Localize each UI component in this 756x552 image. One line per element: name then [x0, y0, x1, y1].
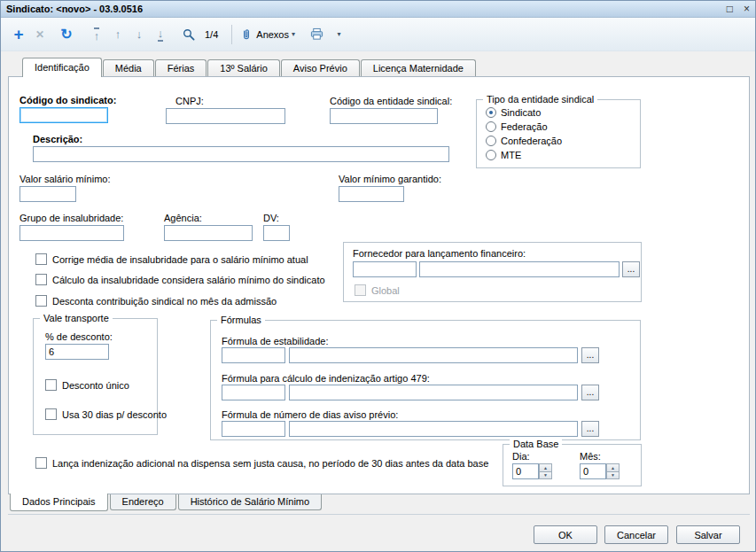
fornecedor-codigo-input[interactable] [353, 261, 417, 277]
next-record-button[interactable]: ↓ [129, 23, 150, 46]
dia-spin-down-button[interactable]: ▼ [539, 472, 552, 480]
checkbox-label: Cálculo da insalubridade considera salár… [52, 275, 325, 285]
cnpj-label: CNPJ: [175, 96, 204, 106]
descricao-input[interactable] [33, 146, 449, 162]
dia-spin-up-button[interactable]: ▲ [539, 463, 552, 472]
new-record-button[interactable]: + [8, 23, 29, 46]
data-base-title: Data Base [510, 439, 562, 449]
formula-estabilidade-label: Fórmula de estabilidade: [222, 336, 328, 346]
checkbox-desconta-contribuicao[interactable]: Desconta contribuição sindical no mês da… [35, 295, 277, 307]
tab-aviso-previo[interactable]: Aviso Prévio [281, 59, 360, 76]
search-button[interactable] [178, 23, 199, 46]
radio-confederacao[interactable]: Confederação [486, 136, 562, 146]
codigo-sindicato-input[interactable] [19, 107, 108, 123]
top-tab-strip: Identificação Média Férias 13º Salário A… [22, 58, 477, 77]
radio-federacao[interactable]: Federação [486, 121, 548, 132]
formula-indenizacao-browse-button[interactable]: ... [581, 385, 599, 400]
percent-desconto-input[interactable] [45, 344, 109, 360]
formula-aviso-previo-input[interactable] [289, 421, 578, 437]
cancel-button[interactable]: Cancelar [604, 525, 668, 544]
checkbox-label: Desconta contribuição sindical no mês da… [52, 296, 277, 307]
print-button[interactable] [306, 23, 327, 46]
tab-identificacao[interactable]: Identificação [22, 58, 102, 77]
plus-icon: + [13, 26, 23, 43]
dia-label: Dia: [512, 451, 530, 462]
refresh-button[interactable]: ↻ [56, 23, 77, 46]
dv-label: DV: [263, 213, 279, 223]
vale-transporte-title: Vale transporte [40, 313, 113, 323]
valor-salario-minimo-input[interactable] [19, 186, 76, 202]
mes-spin-down-button[interactable]: ▼ [606, 472, 620, 480]
maximize-button[interactable]: □ [727, 4, 733, 14]
checkbox-icon [35, 253, 47, 265]
codigo-entidade-input[interactable] [330, 108, 438, 124]
tab-endereco[interactable]: Endereço [110, 494, 176, 510]
last-record-button[interactable]: ↓ [150, 23, 171, 46]
bottom-tab-strip: Dados Principais Endereço Histórico de S… [10, 494, 323, 511]
checkbox-desconto-unico[interactable]: Desconto único [45, 379, 129, 391]
fornecedor-browse-button[interactable]: ... [622, 261, 640, 277]
tab-dados-principais[interactable]: Dados Principais [10, 494, 108, 511]
checkbox-icon [45, 408, 57, 420]
delete-icon: ✕ [35, 28, 44, 41]
chevron-down-icon: ▾ [292, 30, 295, 38]
formula-estabilidade-codigo-input[interactable] [222, 347, 285, 363]
checkbox-lanca-indenizacao[interactable]: Lança indenização adicional na dispensa … [35, 457, 488, 469]
footer-divider [8, 514, 750, 515]
window-title: Sindicato: <novo> - 03.9.0516 [6, 4, 716, 14]
print-dropdown-button[interactable]: ▾ [327, 23, 348, 46]
close-button[interactable]: × [744, 4, 750, 14]
radio-mte[interactable]: MTE [486, 150, 521, 160]
radio-icon [486, 150, 496, 160]
dv-input[interactable] [263, 225, 290, 241]
save-button[interactable]: Salvar [676, 525, 740, 544]
toolbar: + ✕ ↻ ↑ ↑ ↓ ↓ 1/4 Anexos ▾ ▾ [1, 18, 755, 51]
fornecedor-nome-input[interactable] [419, 261, 620, 277]
formula-estabilidade-input[interactable] [289, 347, 578, 363]
anexos-button[interactable]: Anexos ▾ [240, 23, 295, 46]
formula-estabilidade-browse-button[interactable]: ... [581, 347, 599, 363]
first-record-icon: ↑ [94, 27, 100, 42]
checkbox-label: Lança indenização adicional na dispensa … [52, 458, 488, 469]
search-icon [183, 28, 195, 41]
agencia-input[interactable] [164, 225, 253, 241]
titlebar: Sindicato: <novo> - 03.9.0516 □ × [1, 1, 755, 18]
paperclip-icon [240, 28, 253, 41]
tab-13-salario[interactable]: 13º Salário [207, 59, 280, 76]
checkbox-icon [45, 379, 57, 391]
checkbox-label: Corrige média de insalubridade para o sa… [52, 254, 308, 265]
radio-icon [486, 107, 496, 118]
radio-sindicato[interactable]: Sindicato [486, 107, 541, 118]
radio-icon [486, 121, 496, 132]
last-record-icon: ↓ [158, 27, 164, 42]
formula-aviso-previo-browse-button[interactable]: ... [581, 421, 599, 437]
formula-indenizacao-input[interactable] [289, 385, 578, 400]
tab-historico-salario-minimo[interactable]: Histórico de Salário Mínimo [178, 494, 323, 510]
valor-minimo-garantido-input[interactable] [339, 186, 404, 202]
dia-input[interactable] [512, 463, 539, 479]
previous-record-button[interactable]: ↑ [107, 23, 129, 46]
ok-button[interactable]: OK [534, 525, 597, 544]
checkbox-calculo-insalubridade[interactable]: Cálculo da insalubridade considera salár… [35, 274, 325, 285]
delete-record-button[interactable]: ✕ [29, 23, 51, 46]
valor-salario-minimo-label: Valor salário mínimo: [19, 174, 111, 184]
tab-licenca-maternidade[interactable]: Licença Maternidade [361, 59, 476, 76]
cnpj-input[interactable] [166, 108, 285, 124]
checkbox-corrige-media[interactable]: Corrige média de insalubridade para o sa… [35, 253, 308, 265]
mes-spin-up-button[interactable]: ▲ [606, 463, 620, 472]
radio-label: Federação [501, 121, 548, 132]
formula-aviso-previo-label: Fórmula de número de dias aviso prévio: [222, 409, 398, 420]
formula-indenizacao-codigo-input[interactable] [222, 385, 285, 400]
formula-aviso-previo-codigo-input[interactable] [222, 421, 285, 437]
grupo-insalubridade-input[interactable] [19, 225, 124, 241]
tab-media[interactable]: Média [103, 59, 154, 76]
mes-spinner: ▲ ▼ [580, 463, 620, 479]
formula-indenizacao-label: Fórmula para cálculo de indenização arti… [222, 373, 430, 384]
formulas-title: Fórmulas [217, 315, 265, 325]
first-record-button[interactable]: ↑ [86, 23, 107, 46]
descricao-label: Descrição: [33, 134, 82, 144]
codigo-entidade-label: Código da entidade sindical: [330, 96, 452, 106]
mes-input[interactable] [580, 463, 606, 479]
checkbox-usa-30-dias[interactable]: Usa 30 dias p/ desconto [45, 408, 167, 420]
tab-ferias[interactable]: Férias [155, 59, 207, 76]
